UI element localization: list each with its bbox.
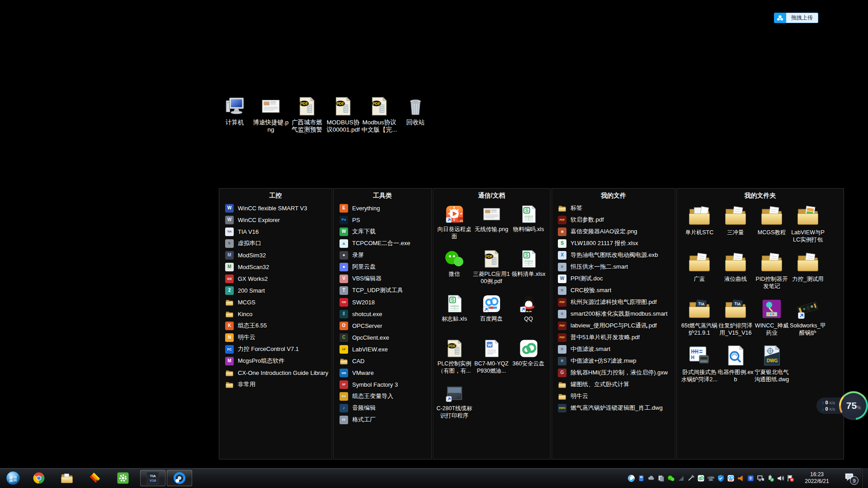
fence-item[interactable]: MCGS <box>219 296 332 308</box>
fence-item[interactable]: OOPCServer <box>334 320 431 332</box>
fence-item[interactable]: 罐图纸、立式卧式计算 <box>552 379 675 390</box>
fence-item[interactable]: ≡虚拟串口 <box>219 237 332 249</box>
fence-item[interactable]: MModSim32 <box>219 249 332 261</box>
tray-repair-tool-icon[interactable] <box>687 474 695 482</box>
show-desktop-button[interactable] <box>862 468 868 488</box>
fence-item[interactable]: 标签 <box>552 202 675 214</box>
desktop-item-3[interactable]: PDFMODBUS协议00001.pdf <box>325 95 361 134</box>
fence-item[interactable]: SFSymbol Factory 3 <box>334 379 431 390</box>
fence-item[interactable]: PDF杭州兴源过滤科技电气原理图.pdf <box>552 296 675 308</box>
desktop-item-2[interactable]: PDF广西城市燃气监测预警系... <box>289 95 325 134</box>
taskbar-capture-tool-button[interactable] <box>84 469 106 487</box>
performance-float-ball[interactable]: 75 % <box>839 391 868 420</box>
fence-item[interactable]: 广蓝 <box>681 249 717 295</box>
fence-item[interactable]: WWinCC Explorer <box>219 214 332 226</box>
fence-item[interactable]: PsPS <box>334 214 431 226</box>
fence-item[interactable]: VVBS编辑器 <box>334 273 431 284</box>
fence-item[interactable]: WBC7-M0-YQZP930燃油... <box>473 336 510 381</box>
tray-network-icon[interactable] <box>757 474 764 482</box>
fence-item[interactable]: 微信 <box>436 247 473 292</box>
fence-item[interactable]: WPPI测试.doc <box>552 273 675 284</box>
taskbar-green-gear-app-button[interactable] <box>112 469 134 487</box>
fence-item[interactable]: 非常用 <box>219 379 332 390</box>
fence-item[interactable]: GXGX Works2 <box>219 273 332 284</box>
fence-item[interactable]: ≡smart200标准化实践新modbus.smart <box>552 308 675 320</box>
fence-item[interactable]: QQ <box>510 292 547 336</box>
taskbar-chrome-button[interactable] <box>28 469 50 487</box>
tray-input-method-icon[interactable] <box>747 474 755 482</box>
fence-item[interactable]: PDFPLC控制实例（有图，有... <box>436 336 473 381</box>
fence-item[interactable]: PDF普中51单片机开发攻略.pdf <box>552 332 675 343</box>
fence-item[interactable]: K组态王6.55 <box>219 320 332 332</box>
tray-baidu-netdisk-icon[interactable] <box>727 474 735 482</box>
fence-item[interactable]: EEverything <box>334 202 431 214</box>
fence-item[interactable]: TIAPOR往复炉排菏泽用_V15_V16 <box>717 295 754 342</box>
tray-loudspeaker-icon[interactable] <box>737 474 745 482</box>
fence-item[interactable]: KV组态王变量导入 <box>334 390 431 402</box>
fence-item[interactable]: MCGS教程 <box>754 202 790 249</box>
fence-item[interactable]: LabVIEW与PLC实例打包(... <box>790 202 826 249</box>
fence-item[interactable]: TIAPOR65t燃气蒸汽锅炉21.9.1 <box>681 295 717 342</box>
tray-action-flag-icon[interactable] <box>787 474 794 482</box>
fence-item[interactable]: 10向日葵远程桌面 <box>436 202 473 247</box>
fence-item[interactable]: CAD <box>334 355 431 367</box>
fence-item[interactable]: LVLabVIEW.exe <box>334 343 431 355</box>
tray-usb-eject-icon[interactable] <box>767 474 774 482</box>
fence-item[interactable]: S标志贴.xls <box>436 292 473 336</box>
desktop-item-5[interactable]: 回收站 <box>397 95 434 134</box>
desktop-item-0[interactable]: 计算机 <box>217 95 253 134</box>
fence-item[interactable]: SWSW2018 <box>334 296 431 308</box>
fence-item[interactable]: MModScan32 <box>219 261 332 273</box>
fence-item[interactable]: X导热油电气图纸改电动阀电源.exb <box>552 249 675 261</box>
taskbar-clock[interactable]: 16:23 2022/6/21 <box>798 471 835 485</box>
tray-license-manager-icon[interactable]: LICENMA <box>707 474 715 482</box>
fence-item[interactable]: S物料编码.xls <box>510 202 547 247</box>
fence-item[interactable]: PDF三菱PLC应用100例.pdf <box>473 247 510 292</box>
tray-wechat-icon[interactable] <box>667 474 675 482</box>
fence-item[interactable]: TTCP_UDP测试工具 <box>334 284 431 296</box>
drag-upload-widget[interactable]: 拖拽上传 <box>774 13 818 23</box>
taskbar-explorer-button[interactable] <box>56 469 78 487</box>
tray-usb-drive-icon[interactable] <box>637 474 645 482</box>
desktop-item-4[interactable]: PDFModbus协议中文版【完... <box>361 95 397 134</box>
taskbar-tia-v16-button[interactable]: TIAV16 <box>140 470 165 486</box>
desktop-item-1[interactable]: 博途快捷键.png <box>253 95 289 134</box>
fence-item[interactable]: ●阿里云盘 <box>334 261 431 273</box>
fence-item[interactable]: ≡中值滤波+仿S7滤波.mwp <box>552 355 675 367</box>
tray-clipboard-icon[interactable] <box>657 474 665 482</box>
fence-item[interactable]: ▲TCPCOME二合一.exe <box>334 237 431 249</box>
tray-gpu-panel-icon[interactable] <box>677 474 685 482</box>
fence-item[interactable]: SYLW1800 21117 报价.xlsx <box>552 237 675 249</box>
fence-item[interactable]: MMcgsPro组态软件 <box>219 355 332 367</box>
fence-item[interactable]: ■嘉信变频器AIAO设定.png <box>552 226 675 237</box>
tray-security-shield-icon[interactable] <box>717 474 725 482</box>
fence-item[interactable]: C-280T线缆标识打印程序 <box>436 381 473 426</box>
fence-item[interactable]: PDF软启参数.pdf <box>552 214 675 226</box>
fence-item[interactable]: 2200 Smart <box>219 284 332 296</box>
tray-cloud-sync-icon[interactable] <box>647 474 655 482</box>
fence-item[interactable]: ‖shotcut.exe <box>334 308 431 320</box>
fence-item[interactable]: 三冲量 <box>717 202 754 249</box>
fence-item[interactable]: Kinco <box>219 308 332 320</box>
fence-item[interactable]: DWG宁夏银北电气沟通图纸.dwg <box>754 342 790 389</box>
fence-item[interactable]: 液位曲线 <box>717 249 754 295</box>
fence-item[interactable]: PDFlabview_使用OPC与PLC通讯.pdf <box>552 320 675 332</box>
fence-item[interactable]: COpcClient.exe <box>334 332 431 343</box>
fence-item[interactable]: PID控制器开发笔记 <box>754 249 790 295</box>
fence-item[interactable]: ≡CRC校验.smart <box>552 284 675 296</box>
fence-item[interactable]: 百度网盘 <box>473 292 510 336</box>
fence-item[interactable]: Solidworks_甲醛锅炉 <box>790 295 826 342</box>
fence-item[interactable]: WWinCC flexible SMART V3 <box>219 202 332 214</box>
taskbar-start-button[interactable] <box>4 469 23 488</box>
fence-item[interactable]: WINCC_神威药业 <box>754 295 790 342</box>
fence-item[interactable]: CX-One Introduction Guide Library <box>219 367 332 379</box>
tray-cloud360-icon[interactable] <box>697 474 705 482</box>
fence-item[interactable]: TIATIA V16 <box>219 226 332 237</box>
fence-item[interactable]: FC力控 ForceControl V7.1 <box>219 343 332 355</box>
fence-item[interactable]: 无线传输.png <box>473 202 510 247</box>
fence-item[interactable]: vmVMware <box>334 367 431 379</box>
fence-item[interactable]: 单片机STC <box>681 202 717 249</box>
fence-item[interactable]: G除氧器HMI(压力控制，液位启停).gxw <box>552 367 675 379</box>
fence-item[interactable]: S领料清单.xlsx <box>510 247 547 292</box>
fence-item[interactable]: ♪音频编辑 <box>334 402 431 414</box>
